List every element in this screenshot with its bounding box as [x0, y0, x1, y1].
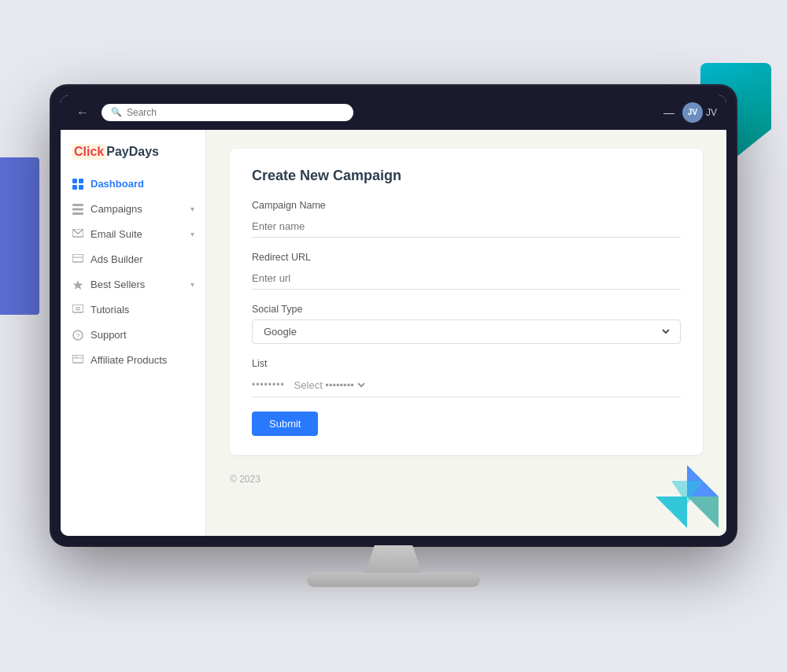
search-input[interactable]	[127, 107, 344, 118]
search-bar: 🔍	[102, 104, 353, 121]
monitor-stand-base	[307, 573, 480, 587]
svg-rect-3	[79, 185, 83, 190]
app-body: Click PayDays Dashboard	[61, 130, 726, 536]
email-suite-icon	[72, 228, 84, 241]
social-type-select-wrap: Google Facebook Twitter LinkedIn	[252, 319, 681, 344]
sidebar-item-label: Best Sellers	[91, 279, 145, 290]
social-type-group: Social Type Google Facebook Twitter Link…	[252, 304, 681, 344]
monitor: ← 🔍 — JV JV	[51, 86, 736, 587]
monitor-screen-wrap: ← 🔍 — JV JV	[51, 86, 736, 545]
svg-marker-20	[656, 497, 687, 528]
chevron-down-icon: ▾	[190, 280, 194, 289]
redirect-url-input[interactable]	[252, 268, 681, 290]
footer-copyright: © 2023	[230, 474, 703, 485]
sidebar-item-label: Dashboard	[91, 178, 144, 190]
list-group: List •••••••• Select ••••••••	[252, 358, 681, 397]
redirect-url-label: Redirect URL	[252, 252, 681, 263]
chevron-down-icon: ▾	[190, 205, 194, 213]
tutorials-icon	[72, 304, 84, 316]
svg-rect-1	[79, 179, 83, 183]
sidebar-item-support[interactable]: ? Support	[61, 323, 205, 347]
svg-marker-10	[73, 280, 83, 290]
search-icon: 🔍	[111, 107, 122, 117]
topbar-right: — JV JV	[663, 102, 717, 123]
monitor-stand-neck	[346, 545, 441, 573]
sidebar-item-label: Affiliate Products	[91, 354, 167, 366]
svg-rect-6	[72, 212, 83, 215]
dashboard-icon	[72, 178, 84, 190]
main-content: Create New Campaign Campaign Name Redire…	[206, 130, 726, 536]
svg-rect-0	[72, 179, 77, 183]
svg-rect-5	[72, 208, 83, 210]
minimize-button[interactable]: —	[663, 106, 674, 119]
sidebar-item-label: Tutorials	[91, 304, 129, 316]
back-button[interactable]: ←	[70, 102, 95, 123]
support-icon: ?	[72, 329, 84, 342]
sidebar-logo: Click PayDays	[61, 138, 205, 172]
topbar: ← 🔍 — JV JV	[61, 95, 726, 130]
social-type-label: Social Type	[252, 304, 681, 315]
sidebar-item-dashboard[interactable]: Dashboard	[61, 172, 205, 196]
svg-rect-16	[72, 355, 83, 363]
bg-decoration-blue	[0, 157, 39, 315]
create-campaign-form: Create New Campaign Campaign Name Redire…	[230, 149, 703, 455]
logo-click: Click	[72, 144, 106, 160]
submit-button[interactable]: Submit	[252, 412, 318, 436]
sidebar-item-email-suite[interactable]: Email Suite ▾	[61, 223, 205, 246]
affiliate-products-icon	[72, 354, 84, 367]
social-type-select[interactable]: Google Facebook Twitter LinkedIn	[260, 325, 672, 338]
ads-builder-icon	[72, 253, 84, 266]
list-dots: ••••••••	[252, 379, 285, 390]
user-label: JV	[706, 107, 717, 118]
list-label: List	[252, 358, 681, 369]
svg-rect-8	[72, 254, 83, 262]
monitor-screen: ← 🔍 — JV JV	[61, 95, 726, 536]
campaign-name-input[interactable]	[252, 216, 681, 238]
svg-marker-21	[687, 497, 719, 528]
sidebar-item-label: Ads Builder	[91, 253, 142, 265]
redirect-url-group: Redirect URL	[252, 252, 681, 290]
sidebar-item-label: Email Suite	[91, 228, 142, 240]
svg-rect-11	[72, 305, 83, 312]
sidebar-item-best-sellers[interactable]: Best Sellers ▾	[61, 273, 205, 297]
sidebar: Click PayDays Dashboard	[61, 130, 206, 536]
list-select-wrap: •••••••• Select ••••••••	[252, 374, 681, 397]
campaign-name-label: Campaign Name	[252, 200, 681, 211]
avatar: JV	[682, 102, 703, 123]
svg-rect-4	[72, 204, 83, 206]
sidebar-item-label: Campaigns	[91, 203, 142, 215]
decorative-triangles	[656, 465, 719, 528]
sidebar-item-label: Support	[91, 329, 127, 341]
best-sellers-icon	[72, 279, 84, 291]
sidebar-nav: Dashboard Campaigns ▾	[61, 172, 205, 372]
sidebar-item-campaigns[interactable]: Campaigns ▾	[61, 198, 205, 221]
sidebar-item-affiliate-products[interactable]: Affiliate Products	[61, 349, 205, 372]
campaigns-icon	[72, 203, 84, 216]
list-select[interactable]: Select ••••••••	[291, 378, 368, 392]
campaign-name-group: Campaign Name	[252, 200, 681, 238]
chevron-down-icon: ▾	[190, 230, 194, 238]
form-title: Create New Campaign	[252, 168, 681, 184]
logo-paydays: PayDays	[106, 145, 159, 159]
user-menu[interactable]: JV JV	[682, 102, 717, 123]
svg-text:?: ?	[76, 332, 80, 340]
sidebar-item-ads-builder[interactable]: Ads Builder	[61, 248, 205, 271]
svg-rect-2	[72, 185, 77, 190]
sidebar-item-tutorials[interactable]: Tutorials	[61, 298, 205, 322]
